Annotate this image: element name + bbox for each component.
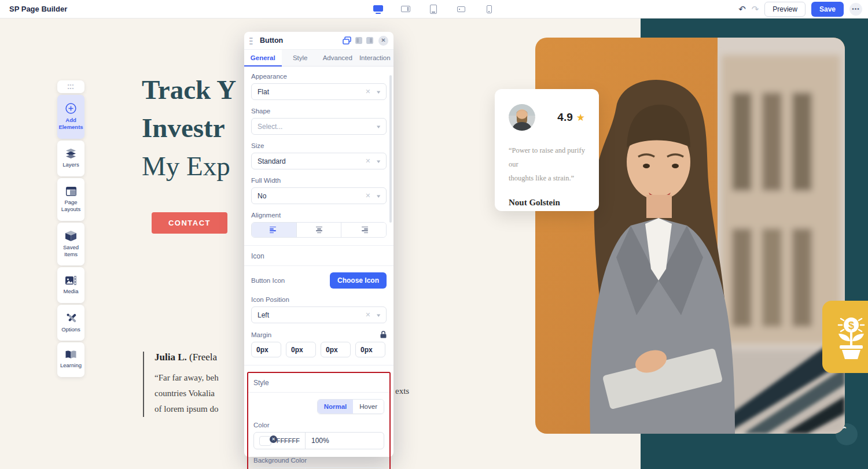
tab-interaction[interactable]: Interaction: [356, 50, 394, 66]
page-heading: Track Y Investr My Exp: [142, 71, 236, 185]
shape-value: Select...: [258, 123, 377, 131]
tab-advanced[interactable]: Advanced: [319, 50, 356, 66]
svg-text:$: $: [848, 320, 854, 331]
chevron-down-icon: ▾: [377, 312, 381, 318]
margin-left-input[interactable]: [355, 342, 385, 357]
appearance-select[interactable]: Flat ✕ ▾: [251, 83, 387, 100]
toolbar-drag-handle[interactable]: ••••••: [57, 80, 84, 93]
sidebar-item-saved-items[interactable]: Saved Items: [57, 223, 84, 265]
chevron-down-icon: ▾: [377, 158, 381, 164]
sidebar-item-label: Page Layouts: [58, 199, 83, 213]
testimonial-card: 4.9 ★ “Power to raise and purify our tho…: [495, 89, 599, 211]
style-section-title: Style: [253, 379, 384, 387]
clear-icon[interactable]: ✕: [365, 192, 370, 200]
more-options-button[interactable]: •••: [849, 3, 862, 16]
background-color-label: Background Color: [253, 457, 384, 464]
sidebar-item-add-elements[interactable]: Add Elements: [57, 95, 84, 139]
desktop-screen: [373, 5, 383, 12]
saved-items-icon: [65, 231, 76, 241]
sidebar-item-label: Media: [64, 288, 79, 295]
style-section-highlight: Style Normal Hover Color ✕ FFFFFF 100%: [247, 372, 391, 469]
section-divider: [244, 245, 393, 246]
clear-color-icon[interactable]: ✕: [270, 435, 277, 443]
icon-position-select[interactable]: Left ✕ ▾: [251, 306, 387, 323]
margin-label: Margin: [251, 331, 271, 338]
phone-portrait-device-icon[interactable]: [484, 5, 495, 14]
sidebar-item-options[interactable]: Options: [57, 305, 84, 341]
state-normal-button[interactable]: Normal: [318, 400, 354, 413]
align-right-icon: [359, 226, 368, 234]
margin-top-input[interactable]: [251, 342, 281, 357]
color-opacity-input[interactable]: 100%: [305, 433, 384, 449]
testimonial-quote-line2: thoughts like a strain.”: [509, 171, 585, 185]
save-button[interactable]: Save: [811, 2, 844, 17]
clear-icon[interactable]: ✕: [365, 88, 370, 95]
tablet-device-icon[interactable]: [428, 5, 440, 14]
undo-icon[interactable]: ↶: [738, 5, 746, 14]
shape-select[interactable]: Select... ▾: [251, 118, 387, 135]
phone-portrait-dot: [488, 11, 490, 12]
align-center-button[interactable]: [296, 223, 341, 237]
app-title: SP Page Builder: [9, 5, 67, 13]
builder-toolbar: •••••• Add Elements Layers Page Layouts: [57, 80, 84, 377]
tab-general[interactable]: General: [244, 50, 282, 66]
panel-title: Button: [260, 36, 343, 45]
section-divider: [244, 365, 393, 365]
color-swatch-cell: ✕ FFFFFF: [254, 436, 305, 446]
state-hover-button[interactable]: Hover: [353, 400, 384, 413]
layers-icon: [65, 149, 76, 158]
full-width-select[interactable]: No ✕ ▾: [251, 187, 387, 204]
size-select[interactable]: Standard ✕ ▾: [251, 153, 387, 169]
avatar: [509, 104, 535, 131]
panel-scrollbar[interactable]: [389, 75, 392, 223]
sidebar-item-label: Add Elements: [58, 117, 83, 131]
laptop-device-icon[interactable]: [400, 5, 412, 14]
contact-button[interactable]: CONTACT: [152, 212, 227, 234]
color-field: Color ✕ FFFFFF 100%: [253, 422, 384, 449]
phone-landscape-device-icon[interactable]: [456, 5, 468, 14]
sidebar-item-page-layouts[interactable]: Page Layouts: [57, 178, 84, 221]
testimonial-header: 4.9 ★: [509, 104, 585, 131]
sidebar-item-layers[interactable]: Layers: [57, 141, 84, 176]
panel-drag-handle-icon[interactable]: ••••••: [249, 36, 255, 45]
sidebar-item-media[interactable]: Media: [57, 267, 84, 303]
choose-icon-button[interactable]: Choose Icon: [330, 272, 387, 289]
margin-label-row: Margin: [251, 331, 387, 338]
redo-icon[interactable]: ↷: [752, 5, 759, 14]
dock-left-icon[interactable]: [355, 37, 362, 44]
sidebar-item-learning[interactable]: Learning: [57, 342, 84, 377]
add-elements-icon: [65, 103, 76, 114]
heading-line3: My Exp: [142, 147, 236, 185]
clear-icon[interactable]: ✕: [365, 157, 370, 165]
testimonial-author: Nout Golstein: [509, 198, 585, 208]
clear-icon[interactable]: ✕: [365, 311, 370, 319]
margin-right-input[interactable]: [286, 342, 316, 357]
tablet-screen: [430, 5, 437, 14]
close-icon[interactable]: ✕: [378, 36, 388, 46]
rating: 4.9 ★: [557, 111, 585, 124]
options-tools-icon: [66, 313, 76, 323]
preview-button[interactable]: Preview: [764, 2, 806, 17]
margin-bottom-input[interactable]: [321, 342, 351, 357]
tablet-home-bar: [432, 12, 435, 13]
tab-style[interactable]: Style: [282, 50, 319, 66]
color-picker-row: ✕ FFFFFF 100%: [253, 432, 384, 449]
panel-body: Appearance Flat ✕ ▾ Shape Select... ▾ Si…: [244, 67, 393, 469]
dock-right-icon[interactable]: [366, 37, 373, 44]
button-icon-field: Button Icon Choose Icon: [251, 272, 387, 289]
phone-portrait-screen: [487, 5, 492, 13]
duplicate-panel-icon[interactable]: [343, 36, 351, 45]
heading-line1: Track Y: [142, 71, 236, 109]
full-width-field: Full Width No ✕ ▾: [251, 177, 387, 204]
chevron-up-icon[interactable]: ⌃: [842, 426, 847, 433]
align-right-button[interactable]: [341, 223, 386, 237]
align-left-button[interactable]: [252, 223, 296, 237]
sidebar-item-label: Layers: [62, 161, 79, 168]
background-color-field: Background Color ✕ FA5555 100%: [253, 457, 384, 469]
lock-icon[interactable]: [380, 331, 387, 338]
desktop-device-icon[interactable]: [373, 5, 384, 14]
toolbar-actions: ↶ ↷ Preview Save •••: [738, 0, 862, 19]
quote-author-name: Julia L.: [155, 352, 187, 363]
size-field: Size Standard ✕ ▾: [251, 142, 387, 169]
button-icon-label: Button Icon: [251, 277, 285, 284]
